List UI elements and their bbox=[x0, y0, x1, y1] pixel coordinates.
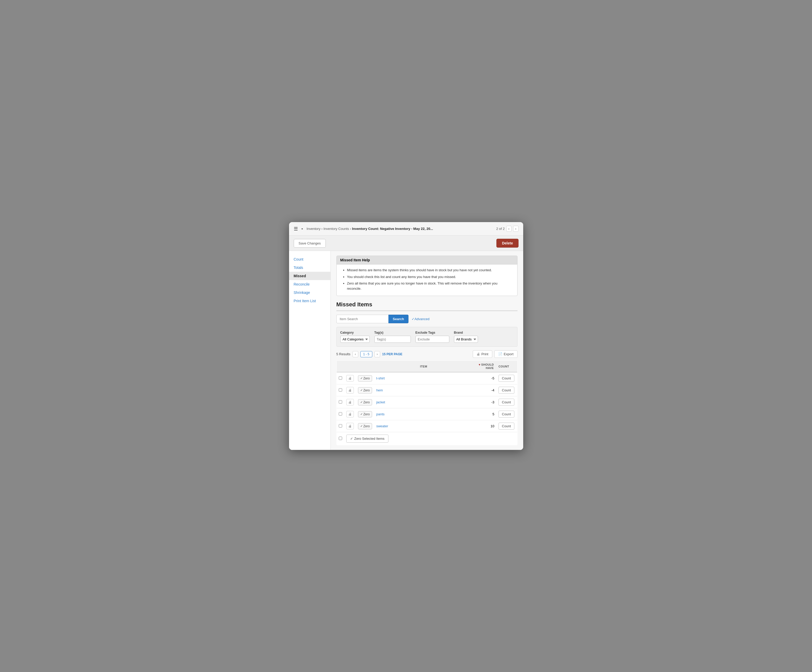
item-link[interactable]: pants bbox=[376, 412, 384, 416]
row-checkbox[interactable] bbox=[339, 376, 342, 380]
category-select[interactable]: All Categories bbox=[340, 336, 370, 343]
table-row: 🖨 ✓ Zero pants 5 Count bbox=[336, 408, 517, 420]
sidebar-item-missed[interactable]: Missed bbox=[289, 272, 331, 280]
sidebar-item-reconcile[interactable]: Reconcile bbox=[289, 280, 331, 288]
sidebar-item-shrinkage[interactable]: Shrinkage bbox=[289, 288, 331, 297]
bottom-row: ✓ Zero Selected Items bbox=[336, 432, 517, 445]
sidebar: Count Totals Missed Reconcile Shrinkage … bbox=[289, 251, 331, 450]
help-bullet-2: You should check this list and count any… bbox=[347, 274, 513, 279]
row-print-button[interactable]: 🖨 bbox=[346, 423, 354, 429]
zero-button[interactable]: ✓ Zero bbox=[358, 375, 372, 381]
titlebar: ☰ ▪ Inventory › Inventory Counts › Inven… bbox=[289, 222, 523, 236]
per-page-link[interactable]: 15 PER PAGE bbox=[382, 352, 403, 356]
save-changes-button[interactable]: Save Changes bbox=[294, 239, 326, 248]
search-button[interactable]: Search bbox=[389, 315, 408, 323]
row-checkbox[interactable] bbox=[339, 400, 342, 403]
body-layout: Count Totals Missed Reconcile Shrinkage … bbox=[289, 251, 523, 450]
zero-button[interactable]: ✓ Zero bbox=[358, 411, 372, 417]
zero-checkmark: ✓ bbox=[360, 400, 363, 404]
category-filter: Category All Categories bbox=[340, 331, 370, 343]
brand-select[interactable]: All Brands bbox=[454, 336, 478, 343]
row-count-cell: Count bbox=[496, 408, 517, 420]
count-button[interactable]: Count bbox=[498, 375, 514, 382]
row-print-cell: 🖨 bbox=[344, 384, 356, 396]
zero-button[interactable]: ✓ Zero bbox=[358, 423, 372, 429]
category-label: Category bbox=[340, 331, 370, 334]
hamburger-icon[interactable]: ☰ bbox=[294, 226, 298, 232]
prev-page-button[interactable]: ‹ bbox=[353, 351, 358, 357]
row-print-button[interactable]: 🖨 bbox=[346, 387, 354, 393]
export-icon: 📄 bbox=[498, 352, 502, 356]
row-count-cell: Count bbox=[496, 372, 517, 384]
table-row: 🖨 ✓ Zero jacket -3 Count bbox=[336, 396, 517, 408]
table-row: 🖨 ✓ Zero sweater 10 Count bbox=[336, 420, 517, 432]
results-count: 5 Results bbox=[336, 352, 350, 356]
next-page-button[interactable]: › bbox=[374, 351, 380, 357]
help-box-title: Missed Item Help bbox=[337, 256, 517, 264]
count-button[interactable]: Count bbox=[498, 387, 514, 394]
zero-checkmark: ✓ bbox=[360, 376, 363, 380]
missed-items-section: Missed Items Search ✓Advanced Category A… bbox=[336, 301, 517, 445]
zero-label: Zero bbox=[363, 424, 370, 428]
sidebar-item-totals[interactable]: Totals bbox=[289, 264, 331, 272]
row-checkbox[interactable] bbox=[339, 424, 342, 427]
row-print-button[interactable]: 🖨 bbox=[346, 375, 354, 381]
bottom-actions-cell: ✓ Zero Selected Items bbox=[344, 432, 517, 445]
prev-nav-button[interactable]: ‹ bbox=[506, 226, 512, 232]
row-checkbox[interactable] bbox=[339, 388, 342, 392]
row-print-button[interactable]: 🖨 bbox=[346, 411, 354, 417]
help-box-body: Missed items are items the system thinks… bbox=[337, 264, 517, 296]
breadcrumb-inventory-counts[interactable]: Inventory Counts bbox=[323, 227, 349, 231]
zero-label: Zero bbox=[363, 400, 370, 404]
item-link[interactable]: hem bbox=[376, 388, 383, 392]
zero-button[interactable]: ✓ Zero bbox=[358, 399, 372, 405]
count-button[interactable]: Count bbox=[498, 423, 514, 430]
print-icon: 🖨 bbox=[477, 352, 480, 356]
select-all-checkbox[interactable] bbox=[339, 437, 342, 440]
item-link[interactable]: sweater bbox=[376, 424, 388, 428]
count-button[interactable]: Count bbox=[498, 411, 514, 418]
row-item-cell: pants bbox=[374, 408, 473, 420]
sidebar-item-print-item-list[interactable]: Print Item List bbox=[289, 297, 331, 305]
row-zero-cell: ✓ Zero bbox=[356, 384, 374, 396]
row-count-cell: Count bbox=[496, 396, 517, 408]
tags-input[interactable] bbox=[374, 336, 411, 343]
row-item-cell: hem bbox=[374, 384, 473, 396]
table-row: 🖨 ✓ Zero hem -4 Count bbox=[336, 384, 517, 396]
exclude-tags-input[interactable] bbox=[416, 336, 449, 343]
count-button[interactable]: Count bbox=[498, 399, 514, 406]
section-title: Missed Items bbox=[336, 301, 517, 311]
item-search-input[interactable] bbox=[336, 315, 389, 323]
table-row: 🖨 ✓ Zero t-shirt -5 Count bbox=[336, 372, 517, 384]
row-checkbox-cell bbox=[336, 396, 344, 408]
advanced-link[interactable]: ✓Advanced bbox=[411, 317, 430, 321]
bottom-checkbox-cell bbox=[336, 432, 344, 445]
item-link[interactable]: jacket bbox=[376, 400, 385, 404]
zero-checkmark: ✓ bbox=[360, 424, 363, 428]
col-header-should-have: ▾ SHOULD HAVE bbox=[473, 361, 496, 373]
results-bar: 5 Results ‹ 1 - 5 › 15 PER PAGE 🖨 Print … bbox=[336, 350, 517, 358]
row-print-button[interactable]: 🖨 bbox=[346, 399, 354, 405]
row-checkbox-cell bbox=[336, 384, 344, 396]
zero-selected-checkmark: ✓ bbox=[350, 437, 353, 441]
tags-label: Tag(s) bbox=[374, 331, 411, 334]
row-should-have-cell: -5 bbox=[473, 372, 496, 384]
row-should-have-cell: 10 bbox=[473, 420, 496, 432]
tags-filter: Tag(s) bbox=[374, 331, 411, 343]
breadcrumb-inventory[interactable]: Inventory bbox=[307, 227, 320, 231]
row-item-cell: t-shirt bbox=[374, 372, 473, 384]
row-should-have-cell: 5 bbox=[473, 408, 496, 420]
breadcrumb-current: Inventory Count: Negative Inventory - Ma… bbox=[352, 227, 433, 231]
item-link[interactable]: t-shirt bbox=[376, 376, 385, 380]
zero-selected-button[interactable]: ✓ Zero Selected Items bbox=[346, 435, 389, 442]
export-button[interactable]: 📄 Export bbox=[494, 350, 517, 358]
zero-label: Zero bbox=[363, 388, 370, 392]
next-nav-button[interactable]: › bbox=[513, 226, 518, 232]
exclude-tags-filter: Exclude Tags bbox=[416, 331, 449, 343]
row-checkbox[interactable] bbox=[339, 412, 342, 415]
sidebar-item-count[interactable]: Count bbox=[289, 255, 331, 264]
zero-button[interactable]: ✓ Zero bbox=[358, 387, 372, 393]
delete-button[interactable]: Delete bbox=[496, 239, 518, 248]
sort-arrow: ▾ bbox=[479, 363, 480, 366]
print-button[interactable]: 🖨 Print bbox=[473, 350, 492, 358]
